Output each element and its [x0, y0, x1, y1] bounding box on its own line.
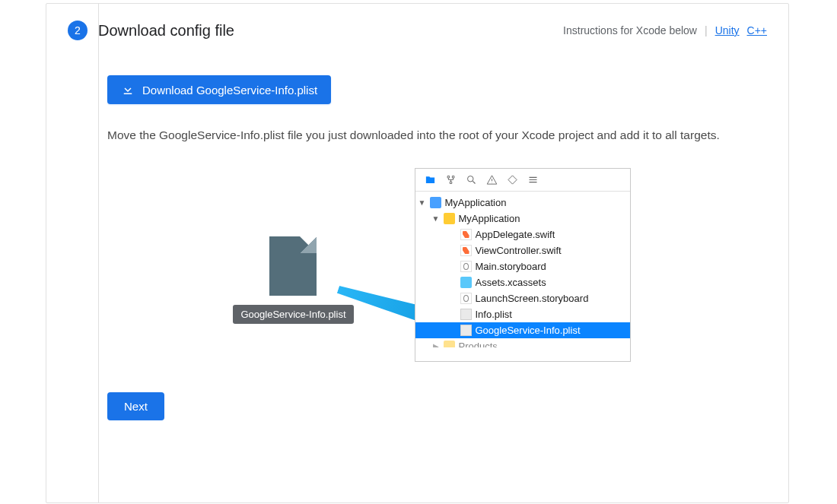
unity-link[interactable]: Unity [715, 24, 740, 36]
list-icon [527, 174, 539, 185]
folder-icon [444, 213, 455, 224]
step-header: 2 Download config file Instructions for … [46, 4, 788, 40]
story-icon [460, 261, 472, 272]
hierarchy-icon [445, 174, 457, 185]
group-row: ▼ MyApplication [415, 211, 630, 227]
swift-icon [460, 245, 472, 256]
disclosure-icon: ▼ [432, 214, 440, 223]
story-icon [460, 293, 472, 304]
tree-item-label: LaunchScreen.storyboard [476, 293, 589, 304]
step-title: Download config file [98, 22, 234, 40]
next-button[interactable]: Next [107, 392, 164, 420]
file-icon [269, 236, 317, 296]
download-button[interactable]: Download GoogleService-Info.plist [107, 75, 331, 104]
config-step-panel: 2 Download config file Instructions for … [46, 3, 789, 503]
tree-item-label: Assets.xcassets [476, 277, 546, 288]
timeline-line [98, 4, 99, 502]
project-icon [430, 197, 441, 208]
tree-item-label: Info.plist [476, 309, 512, 320]
project-label: MyApplication [445, 197, 507, 208]
tree-item-label: AppDelegate.swift [476, 229, 555, 240]
platform-links: Instructions for Xcode below | Unity C++ [563, 24, 767, 36]
cpp-link[interactable]: C++ [747, 24, 767, 36]
xcode-note: Instructions for Xcode below [563, 24, 697, 36]
swift-icon [460, 229, 472, 240]
folder-nav-icon [425, 174, 436, 185]
afolder-icon [460, 277, 472, 288]
step-badge: 2 [68, 21, 88, 40]
separator: | [705, 24, 708, 36]
tree-item-label: Main.storyboard [476, 261, 546, 272]
tree-row: ViewController.swift [415, 242, 630, 258]
tree-row: AppDelegate.swift [415, 227, 630, 242]
download-icon [121, 83, 135, 97]
tree-row: Info.plist [415, 306, 630, 322]
tree-row: Assets.xcassets [415, 274, 630, 290]
plist-icon [460, 325, 472, 336]
plist-icon [460, 309, 472, 320]
xcode-tree: ▼ MyApplication ▼ MyApplication AppDeleg… [415, 192, 630, 361]
tree-item-label: ViewController.swift [476, 245, 562, 256]
download-button-label: Download GoogleService-Info.plist [142, 84, 317, 97]
tree-item-label: GoogleService-Info.plist [476, 325, 581, 336]
tree-row: GoogleService-Info.plist [415, 322, 630, 338]
project-row: ▼ MyApplication [415, 195, 630, 211]
step-title-wrap: 2 Download config file [68, 21, 234, 40]
group-label: MyApplication [459, 213, 520, 224]
disclosure-icon: ▼ [418, 198, 426, 207]
svg-point-1 [467, 176, 473, 182]
instruction-text: Move the GoogleService-Info.plist file y… [107, 125, 756, 145]
xcode-toolbar [415, 169, 630, 192]
warning-icon [486, 174, 498, 185]
tree-row: Main.storyboard [415, 258, 630, 274]
illustration: GoogleService-Info.plist [107, 168, 756, 362]
tag-icon [507, 174, 518, 185]
cutoff-fade [415, 347, 630, 361]
step-content: Download GoogleService-Info.plist Move t… [46, 40, 788, 439]
search-icon [466, 174, 477, 185]
tree-row: LaunchScreen.storyboard [415, 290, 630, 306]
xcode-navigator: ▼ MyApplication ▼ MyApplication AppDeleg… [415, 168, 631, 362]
